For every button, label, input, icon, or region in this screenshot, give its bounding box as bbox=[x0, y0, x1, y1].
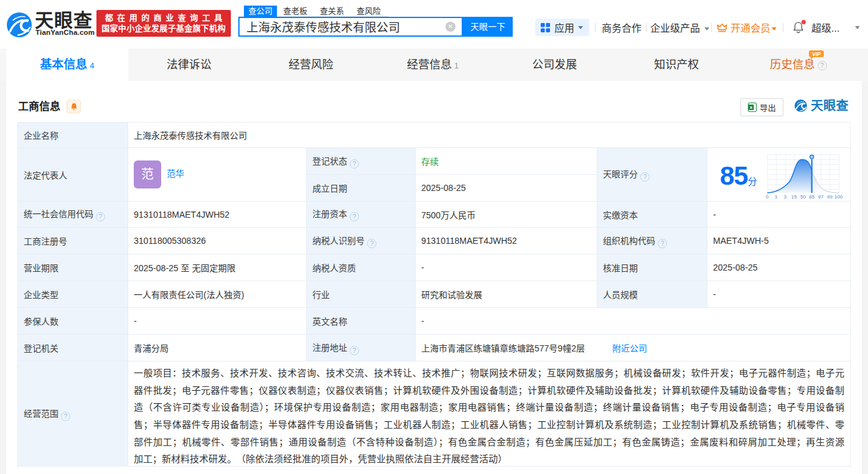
svg-text:50: 50 bbox=[800, 194, 806, 200]
svg-text:0: 0 bbox=[766, 194, 769, 200]
svg-text:100: 100 bbox=[834, 194, 843, 200]
svg-text:15: 15 bbox=[791, 194, 796, 200]
svg-text:1: 1 bbox=[775, 194, 778, 200]
svg-text:3: 3 bbox=[783, 194, 786, 200]
svg-text:97: 97 bbox=[818, 194, 823, 200]
svg-text:99: 99 bbox=[827, 194, 833, 200]
svg-text:85: 85 bbox=[809, 194, 814, 200]
svg-text:VIP: VIP bbox=[812, 51, 821, 57]
